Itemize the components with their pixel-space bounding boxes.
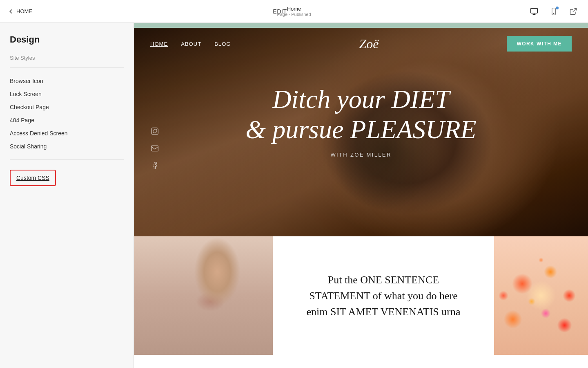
sidebar-item-social-sharing[interactable]: Social Sharing (10, 140, 124, 153)
sidebar-item-browser-icon[interactable]: Browser Icon (10, 74, 124, 88)
facebook-icon[interactable] (150, 161, 159, 170)
page-subtitle: Page · Published (277, 12, 311, 17)
nav-link-blog[interactable]: BLOG (214, 41, 231, 47)
desktop-view-button[interactable] (528, 5, 541, 18)
hero-section: HOME ABOUT BLOG Zoë WORK WITH ME (134, 28, 588, 236)
second-text-line3: enim SIT AMET VENENATIS urna (307, 306, 461, 318)
mint-bar (134, 23, 588, 28)
nav-links: HOME ABOUT BLOG (150, 41, 231, 47)
flowers-decoration (494, 236, 588, 355)
second-section: Put the ONE SENTENCE STATEMENT of what y… (134, 236, 588, 355)
sidebar-item-404-page[interactable]: 404 Page (10, 114, 124, 127)
nav-link-about[interactable]: ABOUT (181, 41, 201, 47)
notification-dot (556, 7, 559, 9)
second-text-line1: Put the ONE SENTENCE (328, 274, 439, 286)
top-bar-right (528, 5, 580, 18)
sidebar-item-checkout-page[interactable]: Checkout Page (10, 101, 124, 114)
sidebar-divider-1 (10, 67, 124, 68)
sidebar-title: Design (10, 34, 124, 45)
svg-point-2 (553, 13, 554, 14)
back-button[interactable]: HOME (8, 8, 32, 14)
second-headline: Put the ONE SENTENCE STATEMENT of what y… (307, 272, 461, 320)
back-label: HOME (16, 8, 32, 14)
second-text-line2: STATEMENT of what you do here (309, 290, 458, 302)
top-bar-left: HOME (8, 8, 32, 14)
sidebar-divider-2 (10, 159, 124, 160)
hero-nav: HOME ABOUT BLOG Zoë WORK WITH ME (134, 28, 588, 60)
sidebar-item-lock-screen[interactable]: Lock Screen (10, 88, 124, 101)
face-silhouette (134, 236, 273, 355)
second-left-image (134, 236, 273, 355)
face-image (134, 236, 273, 355)
second-center-text: Put the ONE SENTENCE STATEMENT of what y… (273, 236, 494, 355)
page-info: Home Page · Published (277, 6, 311, 17)
flowers-image (494, 236, 588, 355)
open-external-button[interactable] (567, 5, 580, 18)
hero-content: Ditch your DIET & pursue PLEASURE WITH Z… (134, 60, 588, 158)
mobile-view-button[interactable] (547, 5, 560, 18)
hero-headline-line2: & pursue PLEASURE (134, 114, 588, 145)
website-preview: HOME ABOUT BLOG Zoë WORK WITH ME (134, 23, 588, 355)
hero-headline: Ditch your DIET & pursue PLEASURE (134, 84, 588, 144)
nav-link-home[interactable]: HOME (150, 41, 168, 47)
brand-name: Zoë (231, 36, 507, 52)
hero-headline-line1: Ditch your DIET (134, 84, 588, 114)
svg-rect-0 (531, 8, 538, 13)
top-bar: HOME EDIT Home Page · Published (0, 0, 588, 23)
sidebar: Design Site Styles Browser Icon Lock Scr… (0, 23, 134, 368)
page-title: Home (287, 6, 301, 12)
site-styles-label: Site Styles (10, 55, 124, 61)
sidebar-item-access-denied[interactable]: Access Denied Screen (10, 127, 124, 140)
hero-subheadline: WITH ZOË MILLER (134, 152, 588, 158)
cta-button[interactable]: WORK WITH ME (507, 36, 572, 52)
custom-css-button[interactable]: Custom CSS (10, 170, 56, 186)
preview-area: HOME ABOUT BLOG Zoë WORK WITH ME (134, 23, 588, 368)
main-layout: Design Site Styles Browser Icon Lock Scr… (0, 23, 588, 368)
